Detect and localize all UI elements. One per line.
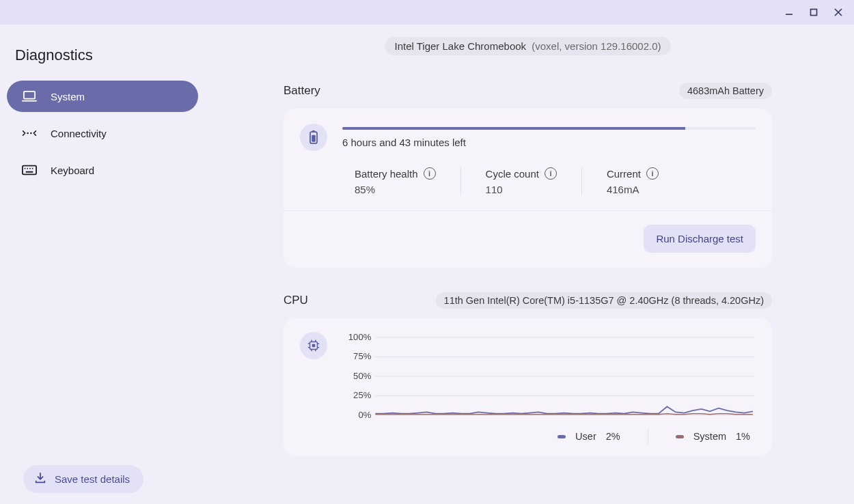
chip-icon — [300, 332, 327, 359]
svg-text:50%: 50% — [353, 371, 372, 381]
legend-swatch-user — [557, 435, 566, 438]
sidebar-item-label: System — [51, 91, 85, 102]
maximize-button[interactable] — [803, 2, 824, 23]
legend-user-value: 2% — [606, 431, 620, 442]
svg-point-7 — [30, 132, 32, 135]
svg-rect-18 — [312, 344, 316, 348]
connectivity-icon — [22, 128, 37, 138]
sidebar-item-label: Keyboard — [51, 165, 94, 176]
device-name: Intel Tiger Lake Chromebook — [394, 40, 526, 52]
battery-capacity-chip: 4683mAh Battery — [679, 83, 772, 99]
sidebar-item-system[interactable]: System — [7, 81, 198, 112]
device-info-chip: Intel Tiger Lake Chromebook (voxel, vers… — [385, 37, 670, 55]
cpu-title: CPU — [284, 294, 308, 307]
cpu-legend: User 2% System 1% — [342, 421, 756, 444]
battery-time-left: 6 hours and 43 minutes left — [342, 137, 756, 148]
download-icon — [34, 472, 46, 486]
cpu-card: 100%75%50%25%0% User 2% System 1% — [284, 318, 772, 456]
legend-system-value: 1% — [736, 431, 750, 442]
cpu-section-header: CPU 11th Gen Intel(R) Core(TM) i5-1135G7… — [284, 292, 772, 309]
titlebar — [0, 0, 854, 25]
minimize-button[interactable] — [779, 2, 799, 23]
cycle-count-value: 110 — [486, 184, 557, 195]
info-icon[interactable]: i — [424, 167, 436, 180]
main-content: Intel Tiger Lake Chromebook (voxel, vers… — [205, 25, 854, 504]
battery-card: 6 hours and 43 minutes left Battery heal… — [284, 109, 772, 268]
laptop-icon — [22, 90, 37, 102]
current-label: Current — [607, 168, 641, 180]
legend-system-label: System — [693, 431, 726, 442]
svg-rect-1 — [811, 10, 817, 16]
device-version: (voxel, version 129.16002.0) — [532, 40, 661, 52]
svg-rect-16 — [312, 135, 316, 142]
cycle-count-label: Cycle count — [486, 168, 539, 180]
battery-title: Battery — [284, 84, 320, 98]
info-icon[interactable]: i — [646, 167, 659, 180]
run-discharge-test-button[interactable]: Run Discharge test — [644, 225, 756, 253]
svg-rect-4 — [24, 92, 35, 99]
svg-point-6 — [27, 132, 29, 135]
keyboard-icon — [22, 165, 37, 176]
sidebar: Diagnostics System Connectivity Keyboard — [0, 25, 205, 504]
battery-health-label: Battery health — [355, 168, 418, 180]
svg-rect-8 — [23, 166, 36, 175]
svg-text:100%: 100% — [348, 332, 372, 342]
battery-health-value: 85% — [355, 184, 436, 195]
current-value: 416mA — [607, 184, 659, 195]
sidebar-item-connectivity[interactable]: Connectivity — [7, 117, 198, 149]
battery-icon — [300, 124, 327, 151]
svg-text:75%: 75% — [353, 352, 372, 362]
sidebar-item-label: Connectivity — [51, 128, 107, 139]
save-button-label: Save test details — [55, 473, 130, 485]
battery-progress — [342, 127, 756, 130]
svg-text:0%: 0% — [358, 410, 371, 420]
close-button[interactable] — [828, 2, 849, 23]
info-icon[interactable]: i — [545, 167, 557, 180]
cpu-usage-chart: 100%75%50%25%0% — [342, 332, 756, 421]
legend-user-label: User — [575, 431, 596, 442]
svg-text:25%: 25% — [353, 391, 372, 401]
page-title: Diagnostics — [15, 46, 190, 64]
save-test-details-button[interactable]: Save test details — [23, 465, 143, 493]
sidebar-item-keyboard[interactable]: Keyboard — [7, 154, 198, 186]
legend-swatch-system — [676, 435, 684, 438]
battery-section-header: Battery 4683mAh Battery — [284, 83, 772, 99]
cpu-model-chip: 11th Gen Intel(R) Core(TM) i5-1135G7 @ 2… — [436, 292, 772, 309]
